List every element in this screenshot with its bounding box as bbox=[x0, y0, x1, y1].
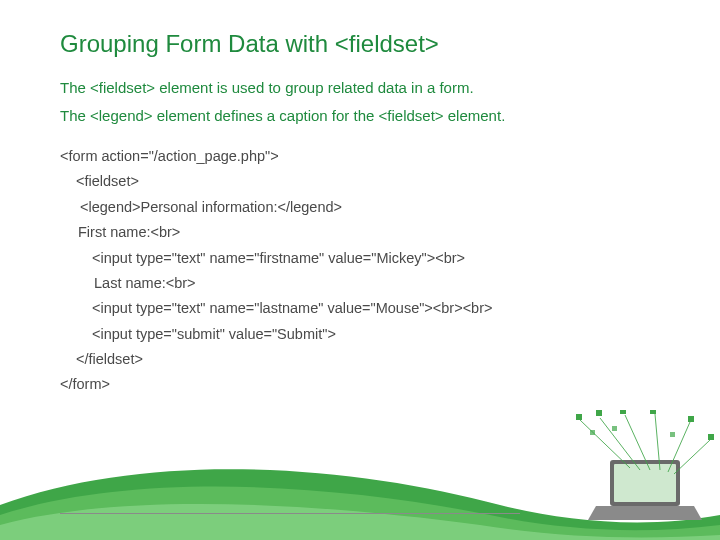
footer-rule bbox=[60, 513, 520, 514]
code-block: <form action="/action_page.php"> <fields… bbox=[60, 144, 660, 398]
svg-rect-16 bbox=[670, 432, 675, 437]
code-line: <fieldset> bbox=[60, 169, 660, 194]
svg-rect-13 bbox=[708, 434, 714, 440]
slide-title: Grouping Form Data with <fieldset> bbox=[60, 30, 660, 58]
svg-rect-14 bbox=[590, 430, 595, 435]
slide-content: Grouping Form Data with <fieldset> The <… bbox=[0, 0, 720, 398]
code-line: </form> bbox=[60, 372, 660, 397]
code-line: </fieldset> bbox=[60, 347, 660, 372]
svg-rect-10 bbox=[620, 410, 626, 414]
code-line: <legend>Personal information:</legend> bbox=[60, 195, 660, 220]
code-line: <input type="submit" value="Submit"> bbox=[60, 322, 660, 347]
description-line-1: The <fieldset> element is used to group … bbox=[60, 76, 660, 100]
svg-line-2 bbox=[580, 420, 630, 468]
svg-rect-12 bbox=[688, 416, 694, 422]
laptop-graphic bbox=[576, 410, 714, 520]
description-line-2: The <legend> element defines a caption f… bbox=[60, 104, 660, 128]
svg-rect-9 bbox=[596, 410, 602, 416]
code-line: First name:<br> bbox=[60, 220, 660, 245]
svg-rect-15 bbox=[612, 426, 617, 431]
svg-rect-11 bbox=[650, 410, 656, 414]
code-line: <input type="text" name="lastname" value… bbox=[60, 296, 660, 321]
code-line: <form action="/action_page.php"> bbox=[60, 144, 660, 169]
svg-rect-1 bbox=[614, 464, 676, 502]
decorative-footer bbox=[0, 410, 720, 540]
code-line: <input type="text" name="firstname" valu… bbox=[60, 246, 660, 271]
code-line: Last name:<br> bbox=[60, 271, 660, 296]
svg-rect-8 bbox=[576, 414, 582, 420]
swoosh-graphic bbox=[0, 410, 720, 540]
